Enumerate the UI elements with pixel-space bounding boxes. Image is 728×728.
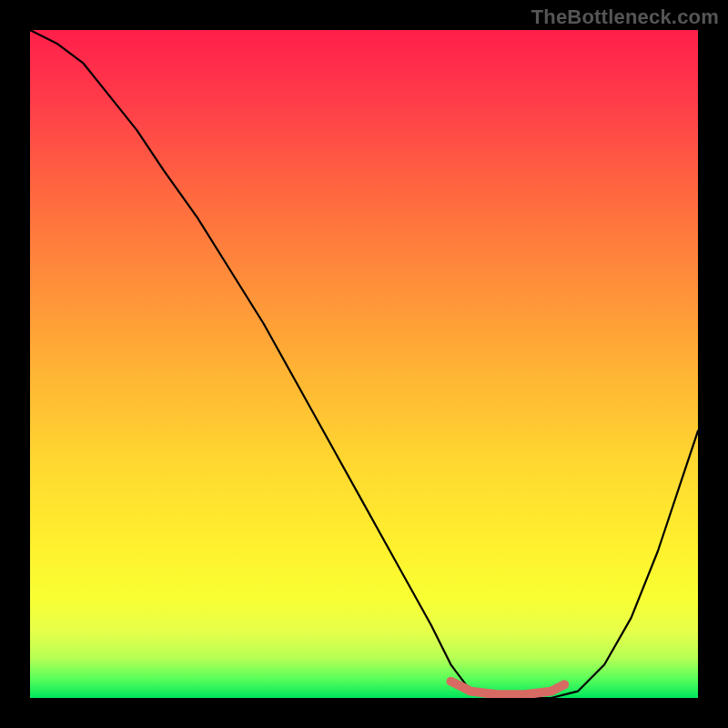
plot-area — [30, 30, 698, 698]
watermark-text: TheBottleneck.com — [531, 5, 719, 29]
optimal-marker — [450, 682, 564, 695]
chart-root: TheBottleneck.com — [0, 0, 728, 728]
bottleneck-curve — [30, 30, 698, 698]
chart-svg — [30, 30, 698, 698]
